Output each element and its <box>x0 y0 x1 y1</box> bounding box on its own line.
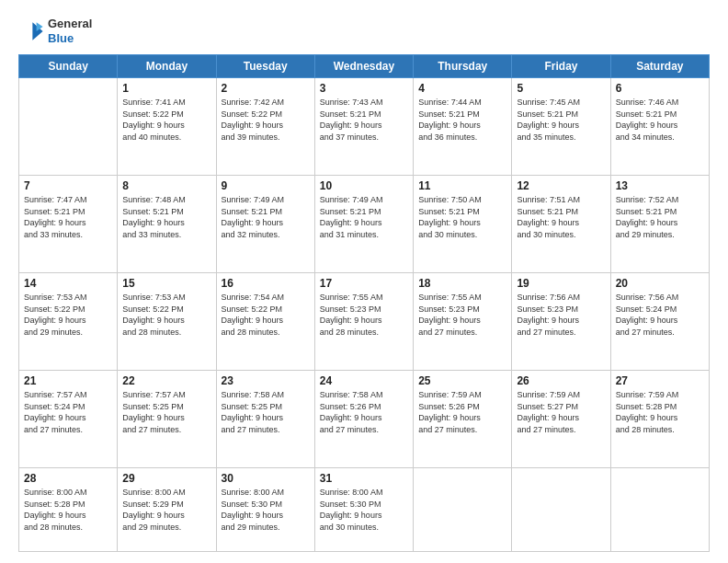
day-info: Sunrise: 7:59 AM Sunset: 5:27 PM Dayligh… <box>517 389 605 435</box>
day-info: Sunrise: 7:54 AM Sunset: 5:22 PM Dayligh… <box>222 292 310 338</box>
day-number: 9 <box>222 179 310 192</box>
calendar-cell: 8Sunrise: 7:48 AM Sunset: 5:21 PM Daylig… <box>118 176 216 273</box>
calendar-cell <box>512 468 610 552</box>
logo-icon <box>18 18 44 44</box>
calendar-cell: 22Sunrise: 7:57 AM Sunset: 5:25 PM Dayli… <box>118 371 216 468</box>
day-number: 10 <box>320 179 408 192</box>
calendar-cell: 9Sunrise: 7:49 AM Sunset: 5:21 PM Daylig… <box>216 176 314 273</box>
calendar-cell: 3Sunrise: 7:43 AM Sunset: 5:21 PM Daylig… <box>314 78 413 176</box>
day-number: 28 <box>24 472 112 485</box>
day-number: 24 <box>320 374 408 387</box>
calendar-cell: 10Sunrise: 7:49 AM Sunset: 5:21 PM Dayli… <box>314 176 413 273</box>
day-info: Sunrise: 7:57 AM Sunset: 5:25 PM Dayligh… <box>122 389 210 435</box>
calendar-cell: 19Sunrise: 7:56 AM Sunset: 5:23 PM Dayli… <box>512 273 610 371</box>
day-number: 14 <box>24 277 112 290</box>
day-number: 21 <box>24 374 112 387</box>
day-info: Sunrise: 8:00 AM Sunset: 5:28 PM Dayligh… <box>24 487 112 533</box>
calendar-cell <box>19 78 118 176</box>
calendar-cell: 30Sunrise: 8:00 AM Sunset: 5:30 PM Dayli… <box>216 468 314 552</box>
day-info: Sunrise: 7:57 AM Sunset: 5:24 PM Dayligh… <box>24 389 112 435</box>
calendar-body: 1Sunrise: 7:41 AM Sunset: 5:22 PM Daylig… <box>19 78 710 552</box>
day-number: 26 <box>517 374 605 387</box>
day-info: Sunrise: 7:52 AM Sunset: 5:21 PM Dayligh… <box>616 194 704 240</box>
day-info: Sunrise: 7:49 AM Sunset: 5:21 PM Dayligh… <box>320 194 408 240</box>
calendar-cell: 12Sunrise: 7:51 AM Sunset: 5:21 PM Dayli… <box>512 176 610 273</box>
day-number: 30 <box>222 472 310 485</box>
day-info: Sunrise: 7:55 AM Sunset: 5:23 PM Dayligh… <box>320 292 408 338</box>
calendar-cell: 24Sunrise: 7:58 AM Sunset: 5:26 PM Dayli… <box>314 371 413 468</box>
calendar-cell: 27Sunrise: 7:59 AM Sunset: 5:28 PM Dayli… <box>610 371 709 468</box>
day-number: 16 <box>222 277 310 290</box>
day-info: Sunrise: 7:53 AM Sunset: 5:22 PM Dayligh… <box>122 292 210 338</box>
day-info: Sunrise: 7:46 AM Sunset: 5:21 PM Dayligh… <box>616 97 704 143</box>
calendar-cell: 16Sunrise: 7:54 AM Sunset: 5:22 PM Dayli… <box>216 273 314 371</box>
day-info: Sunrise: 7:48 AM Sunset: 5:21 PM Dayligh… <box>122 194 210 240</box>
calendar-cell: 14Sunrise: 7:53 AM Sunset: 5:22 PM Dayli… <box>19 273 118 371</box>
day-header-saturday: Saturday <box>610 55 709 78</box>
calendar-cell: 17Sunrise: 7:55 AM Sunset: 5:23 PM Dayli… <box>314 273 413 371</box>
calendar-week-3: 14Sunrise: 7:53 AM Sunset: 5:22 PM Dayli… <box>19 273 710 371</box>
day-info: Sunrise: 7:51 AM Sunset: 5:21 PM Dayligh… <box>517 194 605 240</box>
calendar-cell: 20Sunrise: 7:56 AM Sunset: 5:24 PM Dayli… <box>610 273 709 371</box>
calendar-week-1: 1Sunrise: 7:41 AM Sunset: 5:22 PM Daylig… <box>19 78 710 176</box>
day-info: Sunrise: 7:41 AM Sunset: 5:22 PM Dayligh… <box>122 97 210 143</box>
day-info: Sunrise: 8:00 AM Sunset: 5:29 PM Dayligh… <box>122 487 210 533</box>
calendar-cell: 28Sunrise: 8:00 AM Sunset: 5:28 PM Dayli… <box>19 468 118 552</box>
day-number: 31 <box>320 472 408 485</box>
calendar-cell: 21Sunrise: 7:57 AM Sunset: 5:24 PM Dayli… <box>19 371 118 468</box>
calendar-cell: 6Sunrise: 7:46 AM Sunset: 5:21 PM Daylig… <box>610 78 709 176</box>
day-number: 22 <box>122 374 210 387</box>
day-number: 2 <box>222 82 310 95</box>
day-info: Sunrise: 7:53 AM Sunset: 5:22 PM Dayligh… <box>24 292 112 338</box>
day-number: 4 <box>418 82 506 95</box>
day-info: Sunrise: 7:55 AM Sunset: 5:23 PM Dayligh… <box>418 292 506 338</box>
calendar-cell <box>610 468 709 552</box>
logo: General Blue <box>18 17 92 45</box>
calendar-cell: 2Sunrise: 7:42 AM Sunset: 5:22 PM Daylig… <box>216 78 314 176</box>
day-info: Sunrise: 7:43 AM Sunset: 5:21 PM Dayligh… <box>320 97 408 143</box>
day-number: 15 <box>122 277 210 290</box>
day-info: Sunrise: 7:59 AM Sunset: 5:26 PM Dayligh… <box>418 389 506 435</box>
day-number: 12 <box>517 179 605 192</box>
days-header-row: SundayMondayTuesdayWednesdayThursdayFrid… <box>19 55 710 78</box>
calendar-cell: 26Sunrise: 7:59 AM Sunset: 5:27 PM Dayli… <box>512 371 610 468</box>
day-number: 18 <box>418 277 506 290</box>
day-number: 29 <box>122 472 210 485</box>
day-info: Sunrise: 7:45 AM Sunset: 5:21 PM Dayligh… <box>517 97 605 143</box>
day-header-thursday: Thursday <box>414 55 512 78</box>
day-info: Sunrise: 7:58 AM Sunset: 5:26 PM Dayligh… <box>320 389 408 435</box>
day-number: 11 <box>418 179 506 192</box>
day-header-wednesday: Wednesday <box>314 55 413 78</box>
day-header-friday: Friday <box>512 55 610 78</box>
day-info: Sunrise: 7:49 AM Sunset: 5:21 PM Dayligh… <box>222 194 310 240</box>
calendar-cell: 15Sunrise: 7:53 AM Sunset: 5:22 PM Dayli… <box>118 273 216 371</box>
calendar-cell: 23Sunrise: 7:58 AM Sunset: 5:25 PM Dayli… <box>216 371 314 468</box>
page: General Blue SundayMondayTuesdayWednesda… <box>0 0 728 563</box>
calendar-cell: 29Sunrise: 8:00 AM Sunset: 5:29 PM Dayli… <box>118 468 216 552</box>
calendar-cell: 13Sunrise: 7:52 AM Sunset: 5:21 PM Dayli… <box>610 176 709 273</box>
day-number: 7 <box>24 179 112 192</box>
calendar-cell: 11Sunrise: 7:50 AM Sunset: 5:21 PM Dayli… <box>414 176 512 273</box>
day-number: 3 <box>320 82 408 95</box>
calendar-cell: 1Sunrise: 7:41 AM Sunset: 5:22 PM Daylig… <box>118 78 216 176</box>
day-info: Sunrise: 7:44 AM Sunset: 5:21 PM Dayligh… <box>418 97 506 143</box>
calendar-header: SundayMondayTuesdayWednesdayThursdayFrid… <box>19 55 710 78</box>
day-header-monday: Monday <box>118 55 216 78</box>
day-info: Sunrise: 7:42 AM Sunset: 5:22 PM Dayligh… <box>222 97 310 143</box>
day-info: Sunrise: 7:59 AM Sunset: 5:28 PM Dayligh… <box>616 389 704 435</box>
logo-text: General Blue <box>48 17 92 45</box>
calendar-cell: 25Sunrise: 7:59 AM Sunset: 5:26 PM Dayli… <box>414 371 512 468</box>
day-header-tuesday: Tuesday <box>216 55 314 78</box>
calendar-cell <box>414 468 512 552</box>
calendar-cell: 4Sunrise: 7:44 AM Sunset: 5:21 PM Daylig… <box>414 78 512 176</box>
day-info: Sunrise: 7:50 AM Sunset: 5:21 PM Dayligh… <box>418 194 506 240</box>
calendar-cell: 31Sunrise: 8:00 AM Sunset: 5:30 PM Dayli… <box>314 468 413 552</box>
day-number: 23 <box>222 374 310 387</box>
day-info: Sunrise: 8:00 AM Sunset: 5:30 PM Dayligh… <box>320 487 408 533</box>
day-number: 25 <box>418 374 506 387</box>
day-number: 5 <box>517 82 605 95</box>
day-info: Sunrise: 7:58 AM Sunset: 5:25 PM Dayligh… <box>222 389 310 435</box>
header: General Blue <box>18 17 710 45</box>
day-header-sunday: Sunday <box>19 55 118 78</box>
day-number: 6 <box>616 82 704 95</box>
